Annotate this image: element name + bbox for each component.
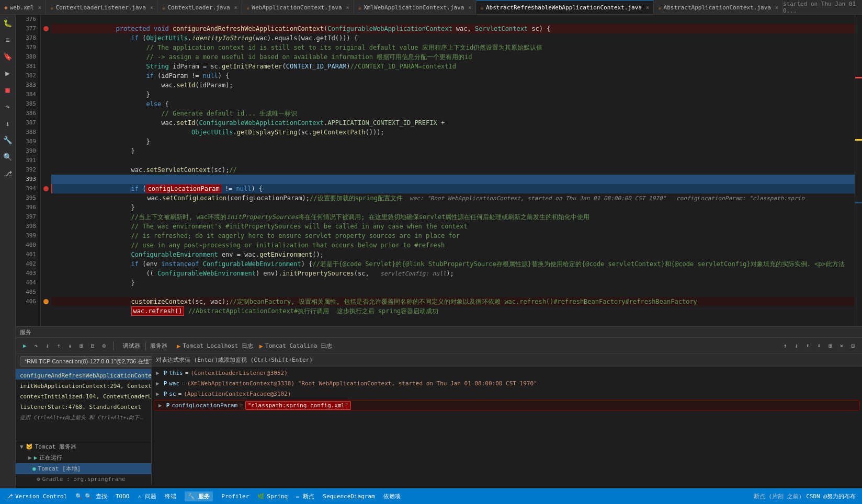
git-icon[interactable]: ⎇ [2, 167, 14, 180]
expand-btn[interactable]: ⊡ [848, 341, 858, 350]
tool-icon[interactable]: 🔧 [2, 134, 14, 146]
tab-webappcontext[interactable]: ☕ WebApplicationContext.java × [242, 1, 354, 14]
expand-icon[interactable]: ▶ [156, 380, 160, 387]
tomcat-server-item[interactable]: ▼ 🐱 Tomcat 服务器 [16, 441, 151, 452]
status-notes[interactable]: ✏ 断点 [296, 492, 314, 500]
tab-close-icon[interactable]: × [468, 5, 471, 10]
sort-btn[interactable]: ⊞ [825, 341, 835, 350]
tab-close-icon[interactable]: × [346, 5, 349, 10]
var-wac[interactable]: ▶ P wac = (XmlWebApplicationContext@3338… [152, 378, 862, 388]
status-sequence[interactable]: SequenceDiagram [323, 493, 375, 500]
tomcat-catalina-tab[interactable]: ▶ Tomcat Catalina 日志 [259, 342, 332, 350]
tab-close-icon[interactable]: × [150, 5, 153, 10]
sequence-label: SequenceDiagram [323, 493, 375, 500]
step-into-btn[interactable]: ↓ [42, 341, 52, 350]
status-services[interactable]: 🔧 服务 [185, 491, 213, 501]
debugger-tab[interactable]: 调试器 [120, 341, 143, 351]
search-label: 🔍 查找 [85, 492, 107, 500]
frame-item-1[interactable]: initWebApplicationContext:294, ContextLo… [16, 380, 151, 390]
search-icon[interactable]: 🔍 [2, 151, 14, 163]
gutter-393 [41, 175, 51, 184]
status-dependencies[interactable]: 依赖项 [383, 492, 401, 500]
server-tab[interactable]: 服务器 [145, 341, 171, 351]
run-icon[interactable]: ▶ [2, 67, 14, 79]
thread-dropdown[interactable]: *RMI TCP Connection(8)-127.0.0.1"@2,736 … [20, 356, 152, 366]
var-configlocationparam[interactable]: ▶ P configLocationParam = "classpath:spr… [154, 400, 860, 410]
code-content[interactable]: protected void configureAndRefreshWebApp… [51, 15, 855, 326]
search-status-icon: 🔍 [75, 493, 83, 500]
structure-icon[interactable]: ≡ [2, 33, 14, 46]
tab-close-icon[interactable]: × [234, 5, 237, 10]
tab-web-xml[interactable]: ◈ web.xml × [0, 1, 46, 14]
breakpoint-gutter[interactable] [41, 15, 51, 326]
bookmark-icon[interactable]: 🔖 [2, 50, 14, 63]
tab-close-icon[interactable]: × [646, 5, 649, 10]
tab-contextloaderlistener[interactable]: ☕ ContextLoaderListener.java × [46, 1, 158, 14]
status-profiler[interactable]: Profiler [221, 493, 249, 500]
debug-icon[interactable]: 🐛 [2, 17, 14, 29]
gradle-item[interactable]: ⚙ Gradle : org.springframe [16, 474, 151, 484]
gutter-377[interactable] [41, 24, 51, 33]
run-cursor-btn[interactable]: ↡ [65, 341, 75, 350]
tab-abstractappcontext[interactable]: ☕ AbstractApplicationContext.java × [654, 1, 783, 14]
tomcat-icon: ▶ [177, 342, 180, 350]
running-item[interactable]: ▶ ▶ 正在运行 [16, 452, 151, 463]
tab-abstractrefreshable[interactable]: ☕ AbstractRefreshableWebApplicationConte… [476, 1, 654, 14]
gutter-384 [41, 90, 51, 99]
java-icon: ☕ [50, 4, 54, 11]
down2-btn[interactable]: ⬇ [814, 341, 824, 350]
gutter-382 [41, 71, 51, 81]
field-icon: P [164, 391, 167, 397]
tab-close-icon[interactable]: × [775, 5, 778, 10]
code-editor[interactable]: 376 377 378 379 380 381 382 383 384 385 … [16, 15, 862, 326]
var-sc[interactable]: ▶ P sc = (ApplicationContextFacade@3102) [152, 388, 862, 399]
step-out-btn[interactable]: ↑ [54, 341, 64, 350]
status-version-control[interactable]: ⎇ Version Control [6, 493, 67, 500]
status-search[interactable]: 🔍 🔍 查找 [75, 492, 107, 500]
gutter-395 [41, 193, 51, 203]
tomcat-localhost-tab[interactable]: ▶ Tomcat Localhost 日志 [177, 342, 253, 350]
close-btn[interactable]: ✕ [837, 341, 847, 350]
variables-list: ▶ P this = (ContextLoaderListener@3052) … [152, 366, 862, 484]
status-todo[interactable]: TODO [116, 493, 130, 500]
step-over-icon[interactable]: ↷ [2, 100, 14, 113]
status-terminal[interactable]: 终端 [165, 492, 176, 500]
expand-icon[interactable]: ▶ [156, 391, 160, 397]
code-line-404 [51, 278, 855, 288]
frame-item-0[interactable]: configureAndRefreshWebApplicationContext… [16, 369, 151, 380]
java-icon: ☕ [358, 4, 362, 11]
scroll-gutter[interactable] [855, 15, 862, 326]
expand-icon[interactable]: ▶ [158, 402, 162, 409]
frame-item-2[interactable]: contextInitialized:104, ContextLoaderLis… [16, 390, 151, 400]
stop-icon[interactable]: ■ [2, 84, 14, 96]
status-spring[interactable]: 🌿 Spring [257, 493, 288, 500]
thread-selector-row: *RMI TCP Connection(8)-127.0.0.1"@2,736 … [16, 354, 151, 369]
tab-xmlwebappcontext[interactable]: ☕ XmlWebApplicationContext.java × [354, 1, 477, 14]
gutter-404 [41, 278, 51, 288]
status-problems[interactable]: ⚠ 问题 [138, 492, 156, 500]
down-btn[interactable]: ↓ [791, 341, 801, 350]
gutter-406[interactable] [41, 297, 51, 306]
gutter-394[interactable] [41, 184, 51, 193]
services-header: 服务 [16, 326, 862, 338]
tab-label: Tomcat Catalina 日志 [265, 342, 332, 350]
notes-label: ✏ 断点 [296, 492, 314, 500]
resume-btn[interactable]: ▶ [20, 341, 30, 350]
gutter-400 [41, 240, 51, 250]
filter-btn[interactable]: ⊟ [88, 341, 98, 350]
evaluate-btn[interactable]: ⊞ [76, 341, 86, 350]
settings-btn[interactable]: ⚙ [99, 341, 109, 350]
step-over-btn[interactable]: ↷ [31, 341, 41, 350]
tomcat-local-item[interactable]: ● Tomcat [本地] [16, 463, 151, 474]
step-into-icon[interactable]: ↓ [2, 117, 14, 130]
expand-icon[interactable]: ▶ [156, 370, 160, 376]
frame-item-3[interactable]: listenerStart:4768, StandardContext (org… [16, 400, 151, 411]
up-btn[interactable]: ↑ [780, 341, 790, 350]
var-this[interactable]: ▶ P this = (ContextLoaderListener@3052) [152, 368, 862, 378]
gutter-391 [41, 156, 51, 165]
tab-contextloader[interactable]: ☕ ContextLoader.java × [158, 1, 242, 14]
gutter-388 [41, 128, 51, 137]
tab-close-icon[interactable]: × [38, 5, 41, 10]
up2-btn[interactable]: ⬆ [803, 341, 813, 350]
running-label: 正在运行 [39, 454, 62, 462]
